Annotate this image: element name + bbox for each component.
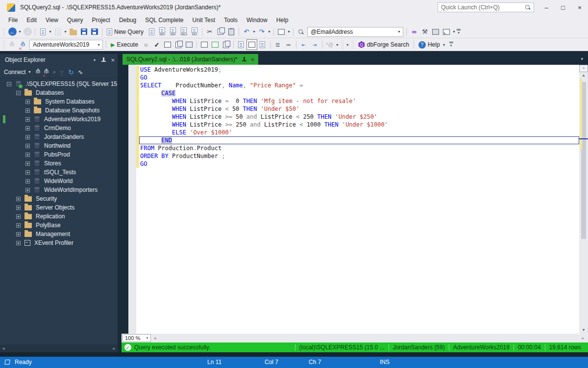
tree-item-jordansanders[interactable]: +JordanSanders [0,132,118,141]
close-button[interactable]: × [571,0,588,15]
tree-item-xevent-profiler[interactable]: +XEvent Profiler [0,238,118,247]
decrease-indent-button[interactable]: ⇤ [298,39,309,50]
specify-values-button[interactable]: *@ [324,39,335,50]
expand-icon[interactable]: + [16,197,21,201]
stop-button[interactable]: ■ [52,69,55,75]
tree-item-stores[interactable]: +Stores [0,159,118,168]
cancel-query-button[interactable]: ■ [141,39,151,50]
toolbar-overflow-button[interactable]: ▾ [456,29,461,35]
display-estimated-plan-button[interactable] [162,39,173,50]
scroll-left-icon[interactable]: ◄ [1,346,5,351]
expand-icon[interactable]: + [16,223,21,228]
tab-close-icon[interactable]: × [251,56,255,63]
menu-view[interactable]: View [41,15,63,26]
paste-button[interactable] [226,26,237,37]
menu-file[interactable]: File [4,15,22,26]
tree-item-crmdemo[interactable]: +CrmDemo [0,124,118,132]
save-button[interactable] [78,26,89,37]
tree-item-polybase[interactable]: +PolyBase [0,221,118,230]
toolbar-grip[interactable] [351,40,354,49]
new-project-dropdown[interactable]: ▾ [48,29,52,34]
sql-editor[interactable]: USE AdventureWorks2019;GOSELECT ProductN… [122,65,588,334]
filter-icon[interactable] [59,71,64,74]
expand-icon[interactable]: + [25,170,30,175]
tree-item-management[interactable]: +Management [0,230,118,238]
tree-item-database-snapshots[interactable]: +Database Snapshots [0,106,118,115]
command-window-dropdown[interactable]: ▾ [452,29,456,34]
include-actual-plan-button[interactable] [199,39,210,50]
navigate-forward-button[interactable]: → [22,26,33,37]
new-project-button[interactable] [37,26,48,37]
results-to-file-button[interactable] [257,39,268,50]
expand-icon[interactable]: + [25,117,30,122]
expand-icon[interactable]: + [25,153,30,157]
tree-item-adventureworks2019[interactable]: +AdventureWorks2019 [0,115,118,124]
splitter-handle[interactable]: ÷ [579,65,588,72]
menu-sql-complete[interactable]: SQL Complete [141,15,188,26]
tree-item-system-databases[interactable]: +System Databases [0,97,118,106]
new-dmx-query-button[interactable]: DMX [168,27,178,36]
connect-object-explorer-button[interactable]: ψ [36,68,40,76]
tab-pin-icon[interactable] [242,56,246,62]
tree-item-tsqlt-tests[interactable]: +tSQLt_Tests [0,168,118,177]
menu-help[interactable]: Help [272,15,293,26]
tree-item-wideworld[interactable]: +WideWorld [0,177,118,185]
change-connection-button[interactable]: ψ [18,39,28,50]
hscroll-left-icon[interactable]: ◄ [151,336,159,341]
new-dax-query-button[interactable]: DAX [189,27,200,36]
object-explorer-header[interactable]: Object Explorer ▾ × [0,54,118,66]
find-combo[interactable]: @EmailAddress ▾ [307,27,403,37]
help-button[interactable]: ? Help ▾ [416,39,449,50]
menu-window[interactable]: Window [242,15,272,26]
tree-item-sqlexpress15-sql-server-15-0-20[interactable]: −.\SQLEXPRESS15 (SQL Server 15.0.20 [0,79,118,88]
connect-dropdown-button[interactable]: Connect ▾ [4,69,32,76]
tab-sqlquery2[interactable]: SQLQuery2.sql - .\...019 (JordanSanders)… [122,54,258,65]
sql-complete-dropdown[interactable]: ▾ [287,29,291,34]
line-indicator[interactable]: Ln 11 [207,359,221,366]
scroll-down-icon[interactable]: ▼ [579,327,588,334]
find-in-files-button[interactable] [295,26,306,37]
copy-button[interactable] [215,26,226,37]
tree-item-security[interactable]: +Security [0,194,118,203]
toolbar-grip[interactable] [2,40,5,49]
results-to-grid-button[interactable] [246,39,257,50]
scroll-up-icon[interactable]: ▲ [579,72,588,79]
tree-item-pubsprod[interactable]: +PubsProd [0,150,118,159]
menu-project[interactable]: Project [88,15,115,26]
column-indicator[interactable]: Col 7 [265,359,278,366]
dbforge-search-button[interactable]: Q dbForge Search [356,39,412,50]
execute-button[interactable]: ▶ Execute [108,39,141,50]
expand-icon[interactable]: + [25,135,30,139]
hscroll-right-icon[interactable]: ► [579,336,587,341]
collapse-icon[interactable]: − [16,91,21,95]
expand-icon[interactable]: + [25,161,30,166]
navigate-back-button[interactable]: ← [7,26,18,37]
find-combo-dropdown[interactable]: ▾ [397,29,401,34]
open-file-button[interactable] [68,26,78,37]
tree-item-replication[interactable]: +Replication [0,212,118,221]
cut-button[interactable]: ✂ [204,26,215,37]
comment-button[interactable]: ☰ [272,39,283,50]
menu-unit-test[interactable]: Unit Test [188,15,220,26]
database-combo[interactable]: AdventureWorks2019 ▾ [29,40,103,50]
command-window-button[interactable]: › [441,26,452,37]
scroll-right-icon[interactable]: ► [112,346,116,351]
menu-tools[interactable]: Tools [220,15,242,26]
query-options-button[interactable] [173,39,184,50]
expand-icon[interactable]: + [25,100,30,104]
new-database-engine-query-button[interactable] [146,26,157,37]
expand-icon[interactable]: + [16,214,21,219]
refresh-button[interactable]: ↻ [68,68,74,76]
zoom-combo[interactable]: 100 % ▾ [122,334,151,342]
uncomment-button[interactable]: ≔ [283,39,294,50]
specify-values-dropdown[interactable]: ▾ [335,43,340,47]
expand-icon[interactable]: + [25,108,30,113]
database-combo-dropdown[interactable]: ▾ [97,43,101,47]
undo-dropdown[interactable]: ▾ [252,29,256,34]
code-area[interactable]: USE AdventureWorks2019;GOSELECT ProductN… [139,65,579,334]
activity-monitor-button[interactable]: ∿ [78,69,83,76]
new-mdx-query-button[interactable]: MDX [157,27,168,36]
save-all-button[interactable] [89,26,100,37]
toolbar-overflow-button[interactable]: ▾ [449,42,454,48]
object-explorer-hscrollbar[interactable]: ◄ ► [0,344,118,352]
